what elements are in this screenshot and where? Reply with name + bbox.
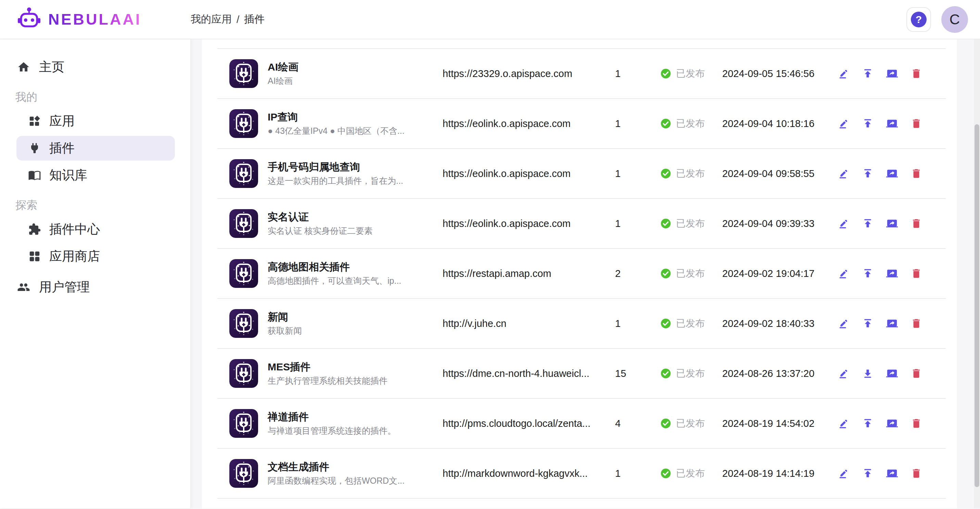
check-circle-icon	[660, 318, 671, 329]
edit-button[interactable]	[838, 367, 849, 379]
plugin-text: 禅道插件 与禅道项目管理系统连接的插件。	[268, 411, 396, 436]
row-actions	[821, 318, 946, 329]
plugin-status: 已发布	[660, 467, 722, 480]
plugin-title: 实名认证	[268, 211, 373, 223]
edit-button[interactable]	[838, 468, 849, 479]
plugin-status: 已发布	[660, 117, 722, 130]
share-button[interactable]	[886, 218, 898, 229]
share-button[interactable]	[886, 367, 898, 379]
plugin-icon	[229, 109, 258, 138]
table-row[interactable]: AI绘画 AI绘画 https://23329.o.apispace.com 1…	[217, 48, 946, 98]
upload-button[interactable]	[862, 318, 873, 329]
table-row[interactable]: 手机号码归属地查询 这是一款实用的工具插件，旨在为... https://eol…	[217, 148, 946, 198]
delete-button[interactable]	[910, 168, 922, 179]
check-circle-icon	[660, 168, 671, 179]
share-button[interactable]	[886, 268, 898, 279]
edit-button[interactable]	[838, 218, 849, 229]
plugin-title: 新闻	[268, 311, 302, 323]
home-icon	[17, 60, 30, 73]
upload-button[interactable]	[862, 418, 873, 429]
app-header: NEBULAAI 我的应用 / 插件 ? C	[0, 0, 980, 39]
help-button[interactable]: ?	[907, 7, 931, 32]
sidebar-item-label: 插件	[49, 140, 75, 157]
plugin-count: 1	[615, 318, 660, 329]
edit-button[interactable]	[838, 318, 849, 329]
check-circle-icon	[660, 68, 671, 80]
edit-button[interactable]	[838, 68, 849, 80]
status-badge: 已发布	[676, 217, 705, 230]
table-row[interactable]: 禅道插件 与禅道项目管理系统连接的插件。 http://pms.cloudtog…	[217, 398, 946, 448]
delete-button[interactable]	[910, 218, 922, 229]
edit-button[interactable]	[838, 268, 849, 279]
plugin-status: 已发布	[660, 67, 722, 80]
row-actions	[821, 68, 946, 80]
share-button[interactable]	[886, 468, 898, 479]
share-button[interactable]	[886, 168, 898, 179]
delete-button[interactable]	[910, 418, 922, 429]
delete-button[interactable]	[910, 268, 922, 279]
table-row[interactable]: 新闻 获取新闻 http://v.juhe.cn 1 已发布 2024-09-0…	[217, 298, 946, 348]
sidebar-item-user-management[interactable]: 用户管理	[10, 275, 175, 299]
share-button[interactable]	[886, 418, 898, 429]
status-badge: 已发布	[676, 167, 705, 180]
upload-button[interactable]	[862, 268, 873, 279]
scrollbar-track[interactable]	[974, 39, 980, 508]
sidebar-item-home[interactable]: 主页	[10, 55, 175, 80]
table-row[interactable]: MES插件 生产执行管理系统相关技能插件 https://dme.cn-nort…	[217, 348, 946, 398]
status-badge: 已发布	[676, 67, 705, 80]
delete-button[interactable]	[910, 318, 922, 329]
sidebar-item-app-store[interactable]: 应用商店	[16, 244, 175, 269]
status-badge: 已发布	[676, 267, 705, 280]
plugin-text: MES插件 生产执行管理系统相关技能插件	[268, 361, 388, 386]
upload-button[interactable]	[862, 118, 873, 129]
plugin-info-cell: AI绘画 AI绘画	[217, 59, 442, 88]
plugin-text: IP查询 ● 43亿全量IPv4 ● 中国地区（不含...	[268, 111, 405, 136]
brand[interactable]: NEBULAAI	[15, 6, 191, 33]
plugin-text: 手机号码归属地查询 这是一款实用的工具插件，旨在为...	[268, 161, 403, 186]
upload-button[interactable]	[862, 468, 873, 479]
upload-button[interactable]	[862, 218, 873, 229]
check-circle-icon	[660, 418, 671, 429]
table-row[interactable]: 文档生成插件 阿里函数编程实现，包括WORD文... http://markdo…	[217, 448, 946, 498]
sidebar-section-mine: 我的	[15, 90, 190, 105]
sidebar-item-knowledge[interactable]: 知识库	[16, 163, 175, 188]
plugin-subtitle: ● 43亿全量IPv4 ● 中国地区（不含...	[268, 125, 405, 136]
scrollbar-thumb[interactable]	[975, 124, 979, 487]
delete-button[interactable]	[910, 367, 922, 379]
plugin-status: 已发布	[660, 167, 722, 180]
status-badge: 已发布	[676, 317, 705, 330]
brand-wordmark: NEBULAAI	[48, 11, 142, 29]
plugin-count: 4	[615, 418, 660, 429]
plugin-info-cell: 实名认证 实名认证 核实身份证二要素	[217, 209, 442, 238]
sidebar-item-plugin-center[interactable]: 插件中心	[16, 217, 175, 242]
plugin-title: MES插件	[268, 361, 388, 373]
plugin-info-cell: IP查询 ● 43亿全量IPv4 ● 中国地区（不含...	[217, 109, 442, 138]
plugin-url: https://eolink.o.apispace.com	[442, 218, 615, 229]
share-button[interactable]	[886, 68, 898, 80]
plugin-info-cell: 文档生成插件 阿里函数编程实现，包括WORD文...	[217, 459, 442, 488]
upload-button[interactable]	[862, 168, 873, 179]
breadcrumb-current: 插件	[244, 12, 265, 26]
plugin-icon	[229, 459, 258, 488]
edit-button[interactable]	[838, 418, 849, 429]
edit-button[interactable]	[838, 168, 849, 179]
share-button[interactable]	[886, 318, 898, 329]
plugin-url: http://v.juhe.cn	[442, 318, 615, 329]
plugin-title: 高德地图相关插件	[268, 261, 401, 273]
edit-button[interactable]	[838, 118, 849, 129]
share-button[interactable]	[886, 118, 898, 129]
table-row[interactable]: 高德地图相关插件 高德地图插件，可以查询天气、ip... https://res…	[217, 248, 946, 298]
table-row[interactable]: IP查询 ● 43亿全量IPv4 ● 中国地区（不含... https://eo…	[217, 98, 946, 148]
sidebar-item-plugins[interactable]: 插件	[16, 136, 175, 161]
avatar[interactable]: C	[941, 6, 968, 33]
puzzle-icon	[28, 223, 41, 236]
delete-button[interactable]	[910, 468, 922, 479]
plugin-icon	[229, 359, 258, 388]
table-row[interactable]: 实名认证 实名认证 核实身份证二要素 https://eolink.o.apis…	[217, 198, 946, 248]
delete-button[interactable]	[910, 118, 922, 129]
sidebar-item-apps[interactable]: 应用	[16, 109, 175, 134]
breadcrumb-parent[interactable]: 我的应用	[191, 12, 232, 26]
delete-button[interactable]	[910, 68, 922, 80]
download-button[interactable]	[862, 367, 873, 379]
upload-button[interactable]	[862, 68, 873, 80]
